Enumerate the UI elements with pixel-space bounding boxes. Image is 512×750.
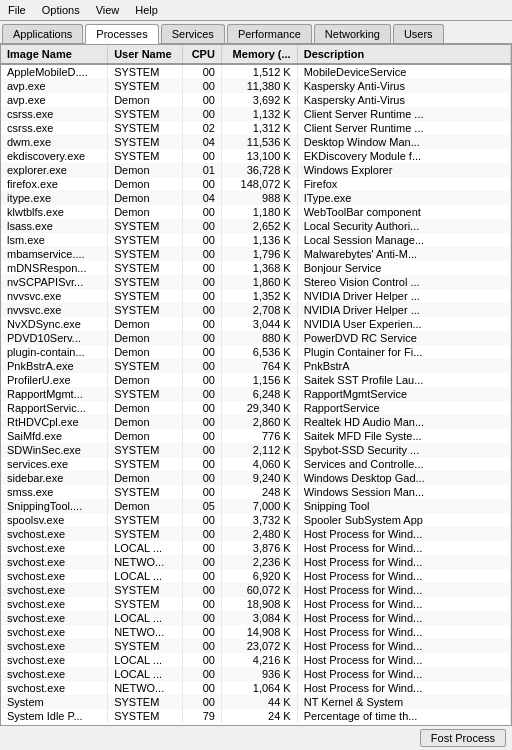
cell-cpu: 00 — [183, 429, 222, 443]
cell-user: Demon — [108, 415, 183, 429]
cell-cpu: 04 — [183, 191, 222, 205]
cell-cpu: 00 — [183, 79, 222, 93]
cell-image: ekdiscovery.exe — [1, 149, 108, 163]
table-row[interactable]: nvvsvc.exeSYSTEM001,352 KNVIDIA Driver H… — [1, 289, 511, 303]
menu-options[interactable]: Options — [38, 2, 84, 18]
cell-description: Firefox — [297, 177, 510, 191]
cell-user: Demon — [108, 401, 183, 415]
menu-help[interactable]: Help — [131, 2, 162, 18]
cell-image: nvvsvc.exe — [1, 289, 108, 303]
table-row[interactable]: csrss.exeSYSTEM001,132 KClient Server Ru… — [1, 107, 511, 121]
table-row[interactable]: SDWinSec.exeSYSTEM002,112 KSpybot-SSD Se… — [1, 443, 511, 457]
table-row[interactable]: klwtblfs.exeDemon001,180 KWebToolBar com… — [1, 205, 511, 219]
table-row[interactable]: svchost.exeNETWO...002,236 KHost Process… — [1, 555, 511, 569]
table-row[interactable]: sidebar.exeDemon009,240 KWindows Desktop… — [1, 471, 511, 485]
table-row[interactable]: smss.exeSYSTEM00248 KWindows Session Man… — [1, 485, 511, 499]
cell-cpu: 00 — [183, 261, 222, 275]
cell-memory: 1,136 K — [221, 233, 297, 247]
cell-cpu: 00 — [183, 457, 222, 471]
cell-image: sidebar.exe — [1, 471, 108, 485]
table-row[interactable]: svchost.exeSYSTEM0018,908 KHost Process … — [1, 597, 511, 611]
cell-description: Client Server Runtime ... — [297, 107, 510, 121]
menu-bar: File Options View Help — [0, 0, 512, 21]
table-row[interactable]: avp.exeSYSTEM0011,380 KKaspersky Anti-Vi… — [1, 79, 511, 93]
table-row[interactable]: svchost.exeSYSTEM0060,072 KHost Process … — [1, 583, 511, 597]
table-row[interactable]: SaiMfd.exeDemon00776 KSaitek MFD File Sy… — [1, 429, 511, 443]
table-row[interactable]: svchost.exeLOCAL ...00936 KHost Process … — [1, 667, 511, 681]
table-row[interactable]: svchost.exeSYSTEM0023,072 KHost Process … — [1, 639, 511, 653]
table-row[interactable]: itype.exeDemon04988 KIType.exe — [1, 191, 511, 205]
table-row[interactable]: spoolsv.exeSYSTEM003,732 KSpooler SubSys… — [1, 513, 511, 527]
cell-description: Saitek MFD File Syste... — [297, 429, 510, 443]
table-row[interactable]: lsm.exeSYSTEM001,136 KLocal Session Mana… — [1, 233, 511, 247]
cell-description: Windows Explorer — [297, 163, 510, 177]
table-row[interactable]: svchost.exeLOCAL ...003,084 KHost Proces… — [1, 611, 511, 625]
table-row[interactable]: svchost.exeLOCAL ...003,876 KHost Proces… — [1, 541, 511, 555]
table-row[interactable]: csrss.exeSYSTEM021,312 KClient Server Ru… — [1, 121, 511, 135]
tab-services[interactable]: Services — [161, 24, 225, 43]
menu-file[interactable]: File — [4, 2, 30, 18]
cell-user: SYSTEM — [108, 219, 183, 233]
table-row[interactable]: avp.exeDemon003,692 KKaspersky Anti-Viru… — [1, 93, 511, 107]
table-row[interactable]: RapportServic...Demon0029,340 KRapportSe… — [1, 401, 511, 415]
menu-view[interactable]: View — [92, 2, 124, 18]
tab-applications[interactable]: Applications — [2, 24, 83, 43]
col-header-image[interactable]: Image Name — [1, 45, 108, 64]
table-row[interactable]: mbamservice....SYSTEM001,796 KMalwarebyt… — [1, 247, 511, 261]
table-row[interactable]: mDNSRespon...SYSTEM001,368 KBonjour Serv… — [1, 261, 511, 275]
cell-cpu: 00 — [183, 359, 222, 373]
cell-cpu: 00 — [183, 653, 222, 667]
cell-memory: 11,380 K — [221, 79, 297, 93]
table-row[interactable]: ProfilerU.exeDemon001,156 KSaitek SST Pr… — [1, 373, 511, 387]
cell-cpu: 05 — [183, 499, 222, 513]
table-row[interactable]: services.exeSYSTEM004,060 KServices and … — [1, 457, 511, 471]
table-row[interactable]: NvXDSync.exeDemon003,044 KNVIDIA User Ex… — [1, 317, 511, 331]
process-table-wrapper[interactable]: Image Name User Name CPU Memory (... Des… — [1, 45, 511, 741]
table-row[interactable]: svchost.exeLOCAL ...004,216 KHost Proces… — [1, 653, 511, 667]
end-process-button[interactable]: Fost Process — [420, 729, 506, 747]
tab-networking[interactable]: Networking — [314, 24, 391, 43]
cell-cpu: 00 — [183, 303, 222, 317]
cell-description: Host Process for Wind... — [297, 527, 510, 541]
cell-memory: 24 K — [221, 709, 297, 723]
cell-cpu: 00 — [183, 93, 222, 107]
cell-description: Spybot-SSD Security ... — [297, 443, 510, 457]
col-header-cpu[interactable]: CPU — [183, 45, 222, 64]
cell-user: Demon — [108, 373, 183, 387]
cell-description: Desktop Window Man... — [297, 135, 510, 149]
table-row[interactable]: SnippingTool....Demon057,000 KSnipping T… — [1, 499, 511, 513]
table-row[interactable]: dwm.exeSYSTEM0411,536 KDesktop Window Ma… — [1, 135, 511, 149]
table-row[interactable]: lsass.exeSYSTEM002,652 KLocal Security A… — [1, 219, 511, 233]
col-header-memory[interactable]: Memory (... — [221, 45, 297, 64]
cell-user: SYSTEM — [108, 527, 183, 541]
col-header-description[interactable]: Description — [297, 45, 510, 64]
table-row[interactable]: SystemSYSTEM0044 KNT Kernel & System — [1, 695, 511, 709]
tab-processes[interactable]: Processes — [85, 24, 158, 44]
col-header-user[interactable]: User Name — [108, 45, 183, 64]
cell-description: RapportMgmtService — [297, 387, 510, 401]
cell-description: Percentage of time th... — [297, 709, 510, 723]
cell-image: svchost.exe — [1, 569, 108, 583]
cell-description: Host Process for Wind... — [297, 555, 510, 569]
table-row[interactable]: svchost.exeSYSTEM002,480 KHost Process f… — [1, 527, 511, 541]
table-row[interactable]: svchost.exeLOCAL ...006,920 KHost Proces… — [1, 569, 511, 583]
table-row[interactable]: svchost.exeNETWO...0014,908 KHost Proces… — [1, 625, 511, 639]
table-row[interactable]: ekdiscovery.exeSYSTEM0013,100 KEKDiscove… — [1, 149, 511, 163]
tab-users[interactable]: Users — [393, 24, 444, 43]
table-row[interactable]: firefox.exeDemon00148,072 KFirefox — [1, 177, 511, 191]
cell-memory: 1,352 K — [221, 289, 297, 303]
table-row[interactable]: PDVD10Serv...Demon00880 KPowerDVD RC Ser… — [1, 331, 511, 345]
tab-performance[interactable]: Performance — [227, 24, 312, 43]
table-row[interactable]: nvvsvc.exeSYSTEM002,708 KNVIDIA Driver H… — [1, 303, 511, 317]
cell-user: SYSTEM — [108, 709, 183, 723]
table-row[interactable]: plugin-contain...Demon006,536 KPlugin Co… — [1, 345, 511, 359]
table-row[interactable]: svchost.exeNETWO...001,064 KHost Process… — [1, 681, 511, 695]
table-row[interactable]: explorer.exeDemon0136,728 KWindows Explo… — [1, 163, 511, 177]
table-row[interactable]: nvSCPAPISvr...SYSTEM001,860 KStereo Visi… — [1, 275, 511, 289]
table-row[interactable]: System Idle P...SYSTEM7924 KPercentage o… — [1, 709, 511, 723]
table-row[interactable]: RtHDVCpl.exeDemon002,860 KRealtek HD Aud… — [1, 415, 511, 429]
table-row[interactable]: RapportMgmt...SYSTEM006,248 KRapportMgmt… — [1, 387, 511, 401]
table-row[interactable]: PnkBstrA.exeSYSTEM00764 KPnkBstrA — [1, 359, 511, 373]
table-row[interactable]: AppleMobileD....SYSTEM001,512 KMobileDev… — [1, 64, 511, 79]
cell-cpu: 00 — [183, 233, 222, 247]
